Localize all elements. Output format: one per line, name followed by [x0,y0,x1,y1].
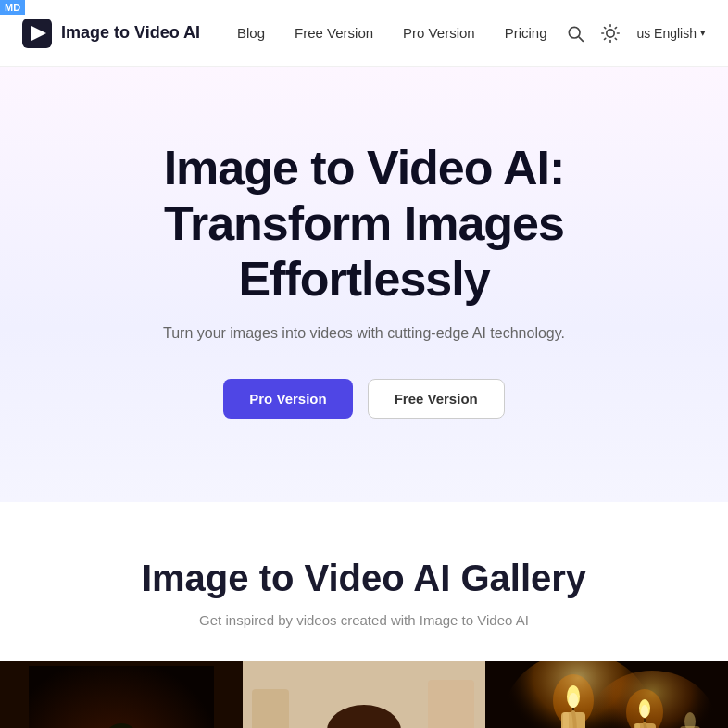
gallery-title: Image to Video AI Gallery [0,558,728,599]
gallery-item-spider[interactable] [0,661,243,728]
pro-version-button[interactable]: Pro Version [223,379,352,419]
svg-rect-75 [635,723,640,728]
nav-link-pro-version[interactable]: Pro Version [403,25,475,41]
search-icon [566,24,584,43]
sun-icon [601,24,620,43]
hero-section: Image to Video AI: Transform Images Effo… [0,67,728,502]
gallery-subtitle: Get inspired by videos created with Imag… [0,612,728,628]
logo-text: Image to Video AI [61,23,200,43]
svg-line-3 [580,37,584,41]
gallery-section: Image to Video AI Gallery Get inspired b… [0,502,728,728]
svg-point-72 [641,705,648,718]
gallery-item-woman[interactable] [243,661,485,728]
woman-image [243,661,485,728]
hero-buttons: Pro Version Free Version [37,379,691,419]
theme-toggle-button[interactable] [601,24,620,43]
chevron-down-icon: ▾ [700,27,706,39]
md-badge: MD [0,0,25,15]
candle-image [485,661,728,728]
svg-point-2 [570,27,581,38]
spider-image [0,661,243,728]
gallery-grid [0,661,728,728]
svg-point-64 [569,693,578,708]
hero-subtitle: Turn your images into videos with cuttin… [37,325,691,342]
search-button[interactable] [566,24,584,43]
nav-link-free-version[interactable]: Free Version [295,25,373,41]
svg-line-11 [605,38,606,39]
nav-link-blog[interactable]: Blog [237,25,265,41]
logo-link[interactable]: Image to Video AI [22,19,200,48]
svg-line-7 [605,27,606,28]
nav-links: Blog Free Version Pro Version Pricing [237,25,566,41]
svg-rect-35 [252,689,289,728]
nav-link-pricing[interactable]: Pricing [505,25,547,41]
svg-point-4 [607,29,614,36]
free-version-button[interactable]: Free Version [368,379,505,419]
svg-line-12 [616,27,617,28]
logo-icon [22,19,52,48]
svg-rect-13 [29,666,214,728]
navbar: Image to Video AI Blog Free Version Pro … [0,0,728,67]
gallery-item-candle[interactable] [485,661,728,728]
language-selector[interactable]: us English ▾ [636,26,706,41]
hero-title: Image to Video AI: Transform Images Effo… [49,141,679,307]
svg-rect-36 [428,680,474,728]
nav-right: us English ▾ [566,24,706,43]
svg-rect-67 [563,712,569,728]
language-label: us English [636,26,697,41]
svg-line-8 [616,38,617,39]
